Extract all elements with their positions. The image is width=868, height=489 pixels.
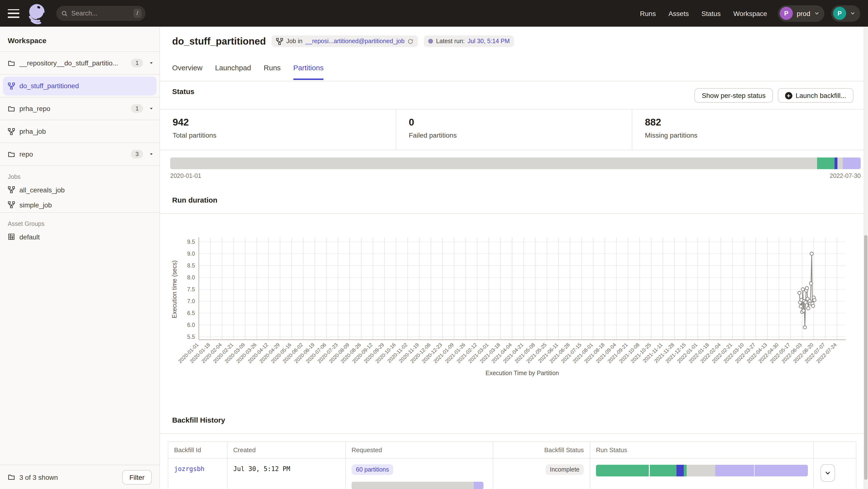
partition-range-start: 2020-01-01 — [170, 172, 201, 179]
table-row: jozrgsbh Jul 30, 5:12 PM 60 partitions 2… — [168, 458, 856, 489]
stat-label: Missing partitions — [645, 131, 868, 139]
column-header-requested: Requested — [346, 442, 493, 458]
chevron-down-icon — [824, 469, 831, 477]
sidebar-item-label: prha_job — [20, 127, 154, 135]
sidebar-selected-item[interactable]: do_stuff_partitioned — [3, 76, 157, 95]
job-icon — [8, 186, 15, 193]
tab-launchpad[interactable]: Launchpad — [215, 64, 251, 80]
search-input[interactable] — [71, 10, 133, 17]
tab-partitions[interactable]: Partitions — [293, 64, 324, 80]
deployment-label: prod — [797, 9, 810, 17]
stat-total-partitions: 942Total partitions — [160, 109, 396, 150]
app-window: / RunsAssetsStatusWorkspace P prod P Wor… — [0, 0, 868, 489]
bar-segment-indigo — [835, 158, 837, 169]
nav-link-runs[interactable]: Runs — [640, 9, 656, 17]
bar-segment-gray — [687, 465, 715, 477]
run-duration-heading: Run duration — [172, 196, 217, 204]
bar-segment-green — [596, 465, 649, 477]
caret-down-icon[interactable] — [149, 61, 154, 65]
svg-text:5.5: 5.5 — [187, 334, 195, 340]
search-shortcut-badge: / — [133, 9, 142, 18]
deployment-switcher[interactable]: P prod — [778, 5, 824, 22]
sidebar-item-default[interactable]: default — [0, 229, 159, 244]
latest-run-link[interactable]: Jul 30, 5:14 PM — [468, 38, 510, 44]
scrollbar-track — [864, 27, 868, 489]
bar-segment-green — [817, 158, 835, 169]
scrollbar-thumb[interactable] — [864, 235, 868, 480]
sidebar-item-label: do_stuff_partitioned — [20, 82, 152, 90]
sidebar-item-label: __repository__do_stuff_partitio... — [20, 59, 131, 67]
asset-group-icon — [8, 233, 15, 240]
reload-icon[interactable] — [407, 38, 414, 44]
launch-backfill-button[interactable]: +Launch backfill... — [778, 88, 854, 103]
page-title: do_stuff_partitioned — [172, 36, 266, 47]
bar-segment-green — [650, 465, 677, 477]
section-label-asset-groups: Asset Groups — [0, 212, 159, 229]
dagster-logo-icon — [26, 2, 48, 25]
deployment-avatar: P — [780, 7, 793, 20]
requested-partitions-badge[interactable]: 60 partitions — [351, 464, 393, 475]
stat-value: 882 — [645, 117, 868, 128]
chevron-down-icon — [814, 11, 819, 16]
folder-icon — [8, 59, 15, 67]
job-origin-pill: Job in __reposi...artitioned@partitioned… — [272, 35, 418, 47]
menu-icon[interactable] — [8, 9, 20, 18]
svg-text:9.0: 9.0 — [187, 251, 195, 257]
user-avatar: P — [833, 7, 846, 20]
stat-value: 0 — [409, 117, 632, 128]
svg-text:Execution Time by Partition: Execution Time by Partition — [486, 369, 559, 376]
svg-text:8.0: 8.0 — [187, 274, 195, 281]
bar-segment-lavender — [843, 158, 861, 169]
partition-range-end: 2022-07-30 — [830, 172, 861, 179]
sidebar-item-repo[interactable]: repo3 — [0, 142, 159, 165]
show-per-step-button[interactable]: Show per-step status — [694, 88, 773, 103]
count-badge: 3 — [131, 150, 143, 159]
sidebar-item-prha-job[interactable]: prha_job — [0, 120, 159, 142]
plus-icon: + — [785, 92, 792, 99]
column-header-backfill-id: Backfill Id — [168, 442, 227, 458]
sidebar-item-simple-job[interactable]: simple_job — [0, 197, 159, 212]
job-icon — [8, 201, 15, 208]
caret-down-icon[interactable] — [149, 106, 154, 111]
top-nav: / RunsAssetsStatusWorkspace P prod P — [0, 0, 868, 27]
caret-down-icon[interactable] — [149, 152, 154, 157]
latest-run-label: Latest run: — [436, 38, 465, 44]
sidebar-item-label: all_cereals_job — [20, 186, 65, 194]
bar-segment-gray — [351, 482, 473, 489]
latest-run-pill: Latest run: Jul 30, 5:14 PM — [424, 35, 514, 47]
job-icon — [8, 128, 15, 135]
chevron-down-icon — [850, 11, 856, 16]
svg-text:Execution time (secs): Execution time (secs) — [171, 260, 178, 318]
stat-label: Failed partitions — [409, 131, 632, 139]
user-menu[interactable]: P — [831, 5, 860, 22]
job-origin-link[interactable]: __reposi...artitioned@partitioned_job — [305, 38, 404, 44]
sidebar-item--repository-do-stuff-partitio-[interactable]: __repository__do_stuff_partitio...1 — [0, 52, 159, 74]
expand-row-button[interactable] — [820, 464, 835, 482]
svg-text:9.5: 9.5 — [187, 239, 195, 245]
partition-status-bar — [170, 158, 861, 169]
column-header-backfill-status: Backfill Status — [493, 442, 590, 458]
filter-button[interactable]: Filter — [122, 470, 152, 484]
bar-segment-gray — [170, 158, 817, 169]
main-content: do_stuff_partitioned Job in __reposi...a… — [160, 27, 868, 489]
run-duration-chart: 9.59.08.58.07.57.06.56.05.52020-01-01202… — [165, 223, 868, 385]
job-icon — [276, 38, 283, 45]
tab-overview[interactable]: Overview — [172, 64, 203, 80]
backfill-status-badge: Incomplete — [546, 464, 584, 475]
sidebar-item-prha-repo[interactable]: prha_repo1 — [0, 97, 159, 120]
column-header-run-status: Run Status — [590, 442, 814, 458]
search-icon — [61, 10, 68, 17]
stat-value: 942 — [173, 117, 396, 128]
folder-icon — [8, 151, 15, 158]
nav-link-workspace[interactable]: Workspace — [733, 9, 767, 17]
backfill-id-link[interactable]: jozrgsbh — [174, 465, 205, 472]
search-box[interactable]: / — [56, 6, 146, 21]
sidebar-item-all-cereals-job[interactable]: all_cereals_job — [0, 182, 159, 197]
sidebar-item-do-stuff-partitioned[interactable]: do_stuff_partitioned — [0, 74, 159, 97]
nav-link-status[interactable]: Status — [702, 9, 721, 17]
svg-text:7.5: 7.5 — [187, 286, 195, 292]
tab-runs[interactable]: Runs — [264, 64, 281, 80]
svg-text:7.0: 7.0 — [187, 298, 195, 304]
stat-missing-partitions: 882Missing partitions — [632, 109, 868, 150]
nav-link-assets[interactable]: Assets — [669, 9, 689, 17]
